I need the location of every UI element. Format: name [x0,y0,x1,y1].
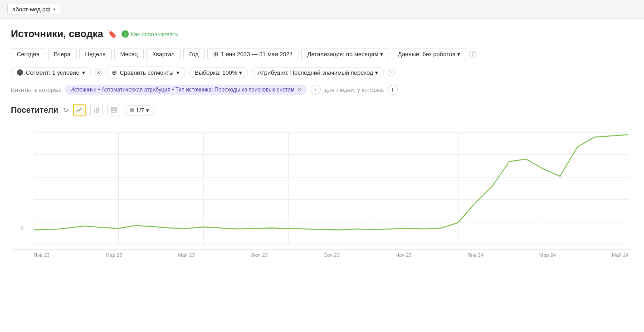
month-button[interactable]: Месяц [114,48,144,60]
stacked-chart-button[interactable] [90,104,103,116]
detail-button[interactable]: Детализация: по месяцам ▾ [301,48,389,60]
x-label-jan23: Янв 23 [34,252,49,258]
metric-selector[interactable]: 1/7 ▾ [125,105,154,115]
y-axis-zero: 0 [20,226,23,231]
page-header: Источники, сводка 🔖 i Как использовать [11,28,633,40]
stacked-chart-icon [93,107,100,113]
chart-svg [34,132,628,245]
refresh-icon[interactable]: ↻ [63,106,68,114]
attribution-button[interactable]: Атрибуция: Последний значимый переход ▾ [252,67,384,78]
segment-tag-text: Источники • Автоматическая атрибуция • Т… [70,87,294,93]
segment-tag-row: Визиты, в которых Источники • Автоматиче… [11,85,633,95]
quarter-button[interactable]: Квартал [146,48,181,60]
date-range-button[interactable]: ⊞ 1 янв 2023 — 31 мая 2024 [207,48,299,60]
svg-rect-3 [111,107,117,109]
add-condition-button[interactable]: + [311,85,321,95]
info-icon: i [122,30,129,38]
compare-button[interactable]: ⊕ Сравнить сегменты ▾ [106,67,185,78]
svg-rect-1 [96,108,97,113]
x-label-mar24: Мар 24 [539,252,556,258]
yesterday-button[interactable]: Вчера [48,48,77,60]
compare-label: Сравнить сегменты [120,69,174,76]
x-axis-labels: Янв 23 Мар 23 Май 23 Июл 23 Сен 23 Ноя 2… [11,250,633,258]
compare-icon: ⊕ [112,69,117,76]
chevron-down-icon: ▾ [146,107,149,114]
today-button[interactable]: Сегодня [11,48,45,60]
visitors-header: Посетители ↻ [11,104,633,116]
help-icon[interactable]: ? [469,51,476,58]
chart-container: 0 [11,123,633,250]
x-label-jan24: Янв 24 [468,252,483,258]
data-label: Данные: без роботов [398,51,455,58]
data-button[interactable]: Данные: без роботов ▾ [392,48,466,60]
segment-tag-close[interactable]: ✕ [297,87,302,93]
date-range-label: 1 янв 2023 — 31 мая 2024 [221,51,293,58]
site-name: аборт-мед.рф [12,6,50,13]
table-chart-icon [111,107,117,113]
chevron-down-icon: ▾ [457,51,460,58]
week-button[interactable]: Неделя [79,48,112,60]
svg-rect-4 [111,109,117,111]
toolbar-row: Сегодня Вчера Неделя Месяц Квартал Год ⊞… [11,48,633,60]
chevron-down-icon: ▾ [239,69,242,76]
attr-label: Атрибуция: Последний значимый переход [258,69,373,76]
x-label-mar23: Мар 23 [105,252,122,258]
calendar-icon: ⊞ [213,51,218,58]
chevron-down-icon: ▾ [53,7,55,12]
x-label-may24: Май 24 [612,252,629,258]
segment-close-button[interactable]: ✕ [95,69,102,76]
add-people-condition-button[interactable]: + [388,85,398,95]
x-label-jul23: Июл 23 [251,252,268,258]
visits-in-label: Визиты, в которых [11,87,61,93]
detail-label: Детализация: по месяцам [307,51,378,58]
bookmark-icon[interactable]: 🔖 [108,30,117,38]
metric-dot-icon [130,108,134,112]
chevron-down-icon: ▾ [176,69,180,76]
main-content: Источники, сводка 🔖 i Как использовать С… [0,19,644,271]
x-label-sep23: Сен 23 [323,252,339,258]
sample-label: Выборка: 100% [195,69,238,76]
filter-row: Сегмент: 1 условие ▾ ✕ ⊕ Сравнить сегмен… [11,67,633,78]
chevron-down-icon: ▾ [82,69,85,76]
for-people-label: для людей, у которых [324,87,384,93]
segment-label: Сегмент: 1 условие [26,69,79,76]
chevron-down-icon: ▾ [375,69,378,76]
how-to-use-link[interactable]: i Как использовать [122,30,179,38]
page-title: Источники, сводка [11,28,103,40]
chevron-down-icon: ▾ [380,51,383,58]
svg-rect-2 [98,107,99,113]
svg-rect-5 [111,111,117,112]
svg-rect-0 [94,109,95,113]
attr-help-icon[interactable]: ? [388,69,395,76]
metric-value: 1/7 [136,107,144,114]
segment-circle-icon [17,69,23,76]
table-chart-button[interactable] [107,104,120,116]
site-selector[interactable]: аборт-мед.рф ▾ [7,4,60,15]
year-button[interactable]: Год [183,48,205,60]
sample-button[interactable]: Выборка: 100% ▾ [189,67,249,78]
segment-tag: Источники • Автоматическая атрибуция • Т… [65,85,307,95]
x-label-nov23: Ноя 23 [395,252,411,258]
visitors-title: Посетители [11,106,59,115]
top-bar: аборт-мед.рф ▾ [0,0,644,19]
line-chart-icon [76,107,83,113]
visitors-section: Посетители ↻ [11,104,633,258]
line-chart-button[interactable] [73,104,86,116]
how-to-use-label: Как использовать [131,31,179,38]
x-label-may23: Май 23 [178,252,195,258]
segment-button[interactable]: Сегмент: 1 условие ▾ [11,67,91,78]
